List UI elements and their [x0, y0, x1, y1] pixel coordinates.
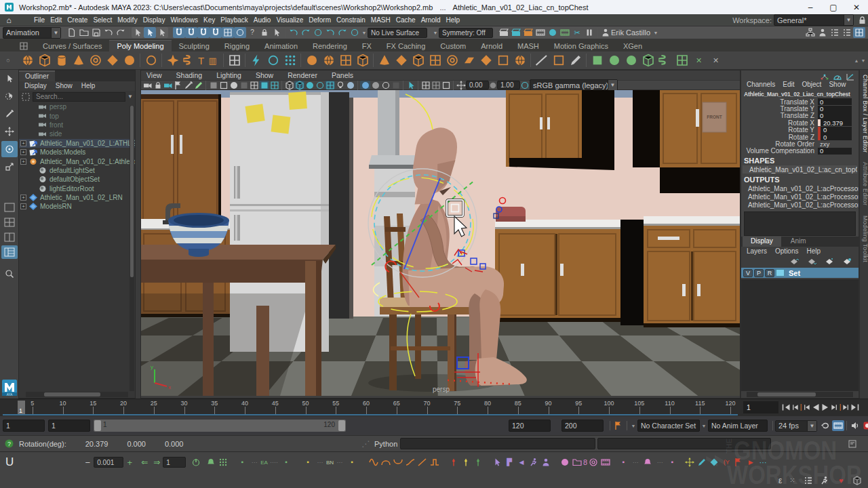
playback-end-field[interactable]: 200 — [561, 420, 604, 432]
channel-value[interactable]: 0 — [818, 127, 852, 134]
character-sidebar-icon[interactable] — [816, 27, 829, 38]
anim-layer-dropdown-icon[interactable]: ▼ — [700, 420, 708, 431]
range-start-handle[interactable] — [94, 420, 101, 431]
go-to-start-button[interactable] — [781, 402, 791, 413]
channelbox-menu-show[interactable]: Show — [829, 81, 846, 90]
sculpt-icon[interactable]: ✂ — [571, 27, 583, 38]
snap-to-curve-icon[interactable] — [185, 27, 197, 38]
outliner-item-front[interactable]: front — [19, 121, 135, 129]
ao-icon[interactable] — [294, 81, 304, 89]
workspace-lock-icon[interactable] — [856, 15, 868, 26]
channelbox-menu-object[interactable]: Object — [802, 81, 822, 90]
shelf-tab-animation[interactable]: Animation — [257, 41, 305, 52]
key-green-icon[interactable] — [472, 457, 484, 468]
menu-select[interactable]: Select — [90, 16, 115, 24]
animation-start-field[interactable]: 1 — [3, 420, 45, 432]
panel-menu-shading[interactable]: Shading — [176, 71, 203, 79]
zoom-tool[interactable] — [1, 267, 18, 281]
xray-icon[interactable] — [360, 81, 370, 89]
distance-tool-icon[interactable] — [281, 52, 298, 68]
wireframe-icon[interactable] — [208, 81, 218, 89]
gamma-icon[interactable] — [520, 81, 530, 89]
menu-mash[interactable]: MASH — [368, 16, 393, 24]
render-sequence-icon[interactable] — [534, 27, 547, 38]
outliner-item-modelsrn[interactable]: +ModelsRN — [19, 202, 135, 211]
resize-grip-icon[interactable]: ⋰ — [359, 439, 372, 449]
maximize-button[interactable]: ▢ — [822, 3, 845, 12]
layout-outliner-persp[interactable] — [1, 245, 18, 259]
layer-editor-hscrollbar[interactable] — [747, 392, 853, 397]
outliner-item-persp[interactable]: persp — [19, 102, 135, 111]
bevel-icon[interactable] — [393, 52, 410, 68]
shelf-tab-rendering[interactable]: Rendering — [305, 41, 355, 52]
pk1[interactable]: ▪ — [617, 457, 629, 468]
live-surface-field[interactable]: No Live Surface — [368, 28, 427, 38]
more-icon[interactable]: ⋯ — [757, 457, 769, 468]
play-forwards-button[interactable] — [821, 402, 830, 413]
sweep-mesh-icon[interactable] — [226, 52, 243, 68]
audio-icon[interactable] — [849, 420, 861, 431]
polygon-icon[interactable] — [851, 475, 863, 486]
select-by-hierarchy-icon[interactable] — [132, 27, 144, 38]
outliner-menu-show[interactable]: Show — [56, 82, 73, 90]
output-node[interactable]: Athletic_Man_v01_02_L:acProcessorC24 — [741, 201, 859, 209]
layer-visibility-toggle[interactable]: V — [743, 269, 753, 277]
platonic-solid-icon[interactable] — [142, 52, 159, 68]
menu-audio[interactable]: Audio — [251, 16, 274, 24]
node-editor-sidebar-icon[interactable] — [804, 27, 816, 38]
viewport-canvas[interactable]: FRONTyxpersp — [141, 90, 740, 396]
back-anim-icon[interactable]: ◀ — [515, 457, 528, 468]
fps-combo[interactable]: 24 fps▼ — [775, 420, 817, 432]
auto-key-clip-icon[interactable] — [832, 420, 844, 431]
layer-menu-options[interactable]: Options — [775, 247, 798, 256]
sidebar-tab-channel-box-layer-editor[interactable]: Channel Box / Layer Editor — [860, 70, 868, 157]
shelf-scroll-up-icon[interactable]: ▲ — [853, 52, 860, 68]
outliner-tab[interactable]: Outliner — [19, 70, 55, 81]
menu-display[interactable]: Display — [140, 16, 168, 24]
render-icon[interactable] — [498, 27, 510, 38]
step-back-frame-button[interactable] — [802, 402, 811, 413]
gamma-field[interactable]: 1.00 — [497, 81, 520, 89]
ik-handle-icon[interactable] — [324, 27, 336, 38]
layout-single-pane[interactable] — [1, 201, 18, 214]
layer-menu-help[interactable]: Help — [806, 247, 821, 256]
outliner-item-athletic-man-v01-02-lrn[interactable]: +Athletic_Man_v01_02_LRN — [19, 193, 135, 202]
boolean-icon[interactable] — [354, 52, 371, 68]
filter-icon[interactable] — [21, 92, 31, 102]
pink-folder-icon[interactable] — [571, 457, 583, 468]
select-by-component-icon[interactable] — [156, 27, 168, 38]
home-icon[interactable]: ⌂ — [3, 15, 15, 26]
expand-toggle[interactable]: + — [20, 140, 26, 146]
output-node[interactable]: Athletic_Man_v01_02_L:acProcessorC22 — [741, 184, 859, 192]
expand-toggle[interactable]: + — [20, 203, 26, 209]
bool-difference-icon[interactable] — [606, 52, 623, 68]
command-input[interactable] — [400, 438, 595, 449]
outliner-item-models-models[interactable]: +Models:Models — [19, 148, 135, 157]
shading-all-lights-icon[interactable] — [249, 81, 259, 89]
range-end-handle[interactable] — [338, 420, 345, 431]
sidebar-tab-modeling-toolkit[interactable]: Modeling Toolkit — [860, 211, 868, 267]
key-red-icon[interactable] — [448, 457, 460, 468]
key-c[interactable]: ▪ — [302, 457, 314, 468]
outliner-hscrollbar[interactable] — [26, 392, 128, 397]
shelf-tab-custom[interactable]: Custom — [433, 41, 473, 52]
open-scene-icon[interactable] — [78, 27, 90, 38]
lighting-icon[interactable] — [269, 81, 279, 89]
poly-cylinder-icon[interactable] — [53, 52, 70, 68]
outliner-menu-display[interactable]: Display — [24, 82, 47, 90]
menu-constrain[interactable]: Constrain — [334, 16, 368, 24]
layer-display-type-toggle[interactable]: R — [765, 269, 774, 277]
combine-icon[interactable] — [303, 52, 320, 68]
lock-selection-icon[interactable] — [258, 27, 271, 38]
snap-help-icon[interactable]: ? — [246, 27, 258, 38]
curve-linear-icon[interactable] — [416, 457, 429, 468]
y-icon[interactable]: (Y — [720, 457, 732, 468]
pink-film-icon[interactable] — [599, 457, 612, 468]
curve-u-icon[interactable] — [392, 457, 404, 468]
shelf-tab-arnold[interactable]: Arnold — [473, 41, 510, 52]
outliner-item-side[interactable]: side — [19, 129, 135, 138]
stack-icon[interactable] — [802, 475, 814, 486]
character-set-field[interactable]: No Character Set — [637, 420, 700, 432]
snap-to-projected-center-icon[interactable] — [210, 27, 222, 38]
channelbox-menu-edit[interactable]: Edit — [783, 81, 794, 90]
